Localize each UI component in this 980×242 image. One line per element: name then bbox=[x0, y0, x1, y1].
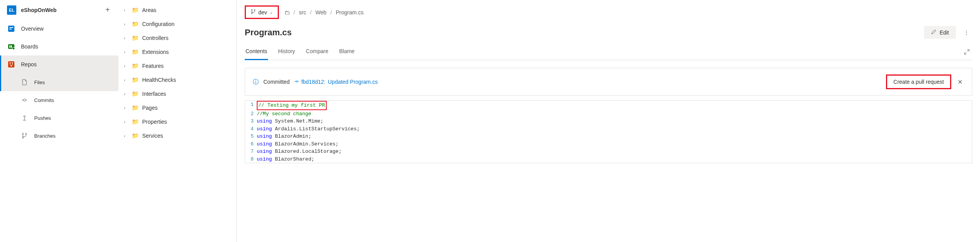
nav-overview[interactable]: Overview bbox=[0, 20, 118, 38]
add-button[interactable]: + bbox=[104, 4, 111, 16]
tab-contents[interactable]: Contents bbox=[245, 45, 268, 60]
svg-point-19 bbox=[23, 137, 24, 138]
repos-icon bbox=[7, 60, 16, 69]
tree-folder[interactable]: ›📁Pages bbox=[121, 101, 234, 115]
code-text: //My second change bbox=[257, 110, 311, 118]
title-row: Program.cs Edit ⋮ bbox=[245, 23, 972, 45]
nav-files[interactable]: Files bbox=[0, 73, 118, 91]
breadcrumb: 🗀 / src / Web / Program.cs bbox=[284, 9, 364, 16]
chevron-right-icon: › bbox=[124, 64, 129, 68]
tree-folder[interactable]: ›📁Services bbox=[121, 129, 234, 143]
nav-label: Pushes bbox=[34, 115, 51, 121]
svg-point-14 bbox=[24, 116, 25, 117]
svg-point-6 bbox=[12, 47, 15, 50]
line-number: 6 bbox=[245, 140, 257, 148]
tree-folder[interactable]: ›📁Extensions bbox=[121, 45, 234, 59]
code-line: 3using System.Net.Mime; bbox=[245, 118, 972, 125]
folder-icon: 📁 bbox=[132, 7, 139, 14]
more-button[interactable]: ⋮ bbox=[961, 26, 972, 39]
chevron-down-icon: ⌄ bbox=[270, 10, 273, 15]
chevron-right-icon: › bbox=[124, 36, 129, 40]
chevron-right-icon: › bbox=[124, 22, 129, 26]
code-line: 6using BlazorAdmin.Services; bbox=[245, 140, 972, 148]
create-pull-request-button[interactable]: Create a pull request bbox=[886, 74, 951, 89]
commit-icon bbox=[294, 79, 299, 85]
close-banner-button[interactable]: ✕ bbox=[956, 77, 964, 87]
tree-folder[interactable]: ›📁Configuration bbox=[121, 17, 234, 31]
svg-rect-7 bbox=[8, 61, 14, 67]
nav-repos[interactable]: Repos bbox=[0, 55, 118, 73]
code-text: using BlazorAdmin.Services; bbox=[257, 140, 339, 148]
breadcrumb-sep: / bbox=[310, 9, 312, 16]
commit-link[interactable]: fbd18d12: Updated Program.cs bbox=[294, 79, 378, 85]
folder-label: Controllers bbox=[142, 35, 169, 41]
chevron-right-icon: › bbox=[124, 78, 129, 82]
branch-icon bbox=[251, 9, 256, 16]
pushes-icon bbox=[20, 114, 29, 122]
tab-compare[interactable]: Compare bbox=[305, 45, 329, 60]
line-number: 4 bbox=[245, 125, 257, 133]
tree-folder[interactable]: ›📁Areas bbox=[121, 3, 234, 17]
breadcrumb-sep: / bbox=[331, 9, 332, 16]
project-icon: EL bbox=[7, 5, 16, 15]
code-text: using Blazored.LocalStorage; bbox=[257, 148, 341, 156]
breadcrumb-item[interactable]: src bbox=[299, 9, 306, 16]
tree-folder[interactable]: ›📁HealthChecks bbox=[121, 73, 234, 87]
folder-label: Areas bbox=[142, 7, 157, 13]
breadcrumb-sep: / bbox=[294, 9, 295, 16]
folder-icon: 📁 bbox=[132, 118, 139, 125]
folder-label: Services bbox=[142, 133, 163, 139]
folder-icon: 📁 bbox=[132, 104, 139, 111]
folder-label: Properties bbox=[142, 119, 167, 125]
folder-icon: 📁 bbox=[132, 62, 139, 69]
folder-icon: 📁 bbox=[132, 76, 139, 83]
nav-commits[interactable]: Commits bbox=[0, 91, 118, 109]
nav-label: Overview bbox=[21, 26, 44, 32]
branch-selector[interactable]: dev ⌄ bbox=[245, 5, 279, 19]
tree-folder[interactable]: ›📁Controllers bbox=[121, 31, 234, 45]
svg-point-18 bbox=[26, 133, 27, 135]
line-number: 1 bbox=[245, 101, 257, 110]
svg-rect-2 bbox=[9, 29, 12, 29]
chevron-right-icon: › bbox=[124, 8, 129, 12]
code-editor[interactable]: 1// Testing my first PR 2//My second cha… bbox=[245, 100, 972, 163]
nav-boards[interactable]: Boards bbox=[0, 38, 118, 55]
chevron-right-icon: › bbox=[124, 92, 129, 96]
folder-label: Extensions bbox=[142, 49, 169, 55]
svg-point-23 bbox=[296, 81, 298, 82]
nav-pushes[interactable]: Pushes bbox=[0, 109, 118, 127]
svg-point-22 bbox=[251, 13, 252, 14]
commit-status: Committed bbox=[263, 79, 290, 85]
nav-branches[interactable]: Branches bbox=[0, 127, 118, 145]
nav-label: Commits bbox=[34, 97, 54, 103]
edit-button[interactable]: Edit bbox=[924, 26, 956, 39]
info-icon: ⓘ bbox=[253, 78, 259, 86]
tab-blame[interactable]: Blame bbox=[338, 45, 355, 60]
breadcrumb-current: Program.cs bbox=[336, 9, 364, 16]
line-number: 2 bbox=[245, 110, 257, 118]
breadcrumb-item[interactable]: Web bbox=[315, 9, 327, 16]
folder-outline-icon[interactable]: 🗀 bbox=[284, 9, 290, 16]
breadcrumb-row: dev ⌄ 🗀 / src / Web / Program.cs bbox=[245, 0, 972, 23]
file-tree: ›📁Areas ›📁Configuration ›📁Controllers ›📁… bbox=[118, 0, 237, 242]
expand-button[interactable] bbox=[961, 47, 972, 59]
code-text: using System.Net.Mime; bbox=[257, 118, 324, 125]
boards-icon bbox=[7, 42, 16, 51]
project-name[interactable]: eShopOnWeb bbox=[21, 7, 99, 13]
code-line: 8using BlazorShared; bbox=[245, 156, 972, 163]
tree-folder[interactable]: ›📁Interfaces bbox=[121, 87, 234, 101]
tree-folder[interactable]: ›📁Properties bbox=[121, 115, 234, 129]
code-line: 4using Ardalis.ListStartupServices; bbox=[245, 125, 972, 133]
tabs: Contents History Compare Blame bbox=[245, 45, 355, 60]
code-line: 2//My second change bbox=[245, 110, 972, 118]
folder-icon: 📁 bbox=[132, 21, 139, 28]
tabs-row: Contents History Compare Blame bbox=[245, 45, 972, 60]
commit-banner: ⓘ Committed fbd18d12: Updated Program.cs… bbox=[245, 68, 972, 96]
svg-rect-1 bbox=[9, 27, 13, 28]
tree-folder[interactable]: ›📁Features bbox=[121, 59, 234, 73]
branch-name: dev bbox=[258, 9, 267, 16]
code-line: 7using Blazored.LocalStorage; bbox=[245, 148, 972, 156]
code-text: // Testing my first PR bbox=[257, 101, 327, 110]
tab-history[interactable]: History bbox=[277, 45, 296, 60]
code-text: using BlazorShared; bbox=[257, 156, 314, 163]
